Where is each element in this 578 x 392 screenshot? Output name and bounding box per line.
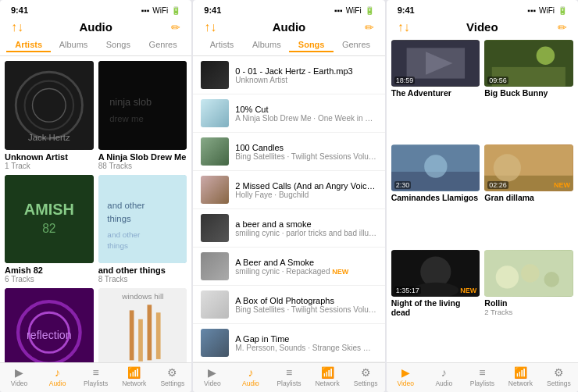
header-title-1: Audio: [79, 20, 112, 34]
new-badge-gran: NEW: [554, 181, 570, 189]
song-info: A Beer and A Smoke smiling cynic · Repac…: [235, 258, 376, 276]
bottom-nav-3: ▶ Video ♪ Audio ≡ Playlists 📶 Network ⚙ …: [387, 362, 578, 392]
artist-thumb: and other things and other things: [98, 175, 187, 264]
list-item[interactable]: Jack Hertz Unknown Artist 1 Track: [5, 61, 94, 170]
status-icons-3: ▪▪▪ WiFi 🔋: [527, 6, 567, 15]
song-subtitle: Bing Satellites · Twilight Sessions Volu…: [235, 152, 376, 161]
list-item[interactable]: A Gap in Time M. Persson, Sounds · Stran…: [193, 324, 384, 362]
edit-icon-2[interactable]: ✏: [365, 21, 374, 34]
song-title: A Beer and A Smoke: [235, 258, 376, 267]
audio-nav-icon: ♪: [55, 366, 60, 379]
song-info: A Box of Old Photographs Bing Satellites…: [235, 296, 376, 314]
header-title-3: Video: [466, 20, 498, 34]
sort-icon-1[interactable]: ↑↓: [11, 20, 23, 34]
list-item[interactable]: AMISH 82 Amish 82 6 Tracks: [5, 175, 94, 284]
video-title: The Adventurer: [391, 88, 480, 98]
list-item[interactable]: A Beer and A Smoke smiling cynic · Repac…: [193, 248, 384, 286]
list-item[interactable]: and other things and other things and ot…: [98, 175, 187, 284]
video-duration: 02:26: [487, 181, 508, 189]
svg-text:things: things: [107, 241, 128, 249]
signal-icon: ▪▪▪: [141, 6, 150, 15]
list-item[interactable]: 0 - 01 - Jack Hertz - Earth.mp3 Unknown …: [193, 56, 384, 94]
song-title: 10% Cut: [235, 105, 376, 114]
nav-video-1[interactable]: ▶ Video: [0, 366, 38, 387]
video-title: Caminandes Llamigos: [391, 193, 480, 202]
list-item[interactable]: 100 Candles Bing Satellites · Twilight S…: [193, 133, 384, 171]
video-title: Big Buck Bunny: [484, 88, 573, 98]
sort-icon-2[interactable]: ↑↓: [204, 20, 216, 34]
list-item[interactable]: 2 Missed Calls (And an Angry Voice... Ho…: [193, 171, 384, 209]
list-item[interactable]: ninja slob drew me A Ninja Slob Drew Me …: [98, 61, 187, 170]
song-thumbnail: [201, 329, 229, 357]
list-item[interactable]: 18:59 The Adventurer: [391, 40, 480, 140]
list-item[interactable]: windows hill windows hill: [98, 288, 187, 362]
tab-artists-1[interactable]: Artists: [6, 38, 51, 52]
list-item[interactable]: reflection reflection: [5, 288, 94, 362]
list-item[interactable]: 1:35:17 NEW Night of the living dead: [391, 250, 480, 359]
list-item[interactable]: a beer and a smoke smiling cynic · parlo…: [193, 209, 384, 248]
tab-albums-1[interactable]: Albums: [51, 38, 95, 52]
song-info: 100 Candles Bing Satellites · Twilight S…: [235, 143, 376, 161]
edit-icon-3[interactable]: ✏: [558, 21, 567, 34]
nav-network-1[interactable]: 📶 Network: [115, 366, 153, 387]
nav-label-settings-2: Settings: [354, 380, 378, 387]
video-title: Gran dillama: [484, 193, 573, 202]
tab-songs-2[interactable]: Songs: [289, 38, 334, 52]
nav-video-2[interactable]: ▶ Video: [193, 366, 231, 387]
list-item[interactable]: 02:26 NEW Gran dillama: [484, 144, 573, 244]
nav-audio-2[interactable]: ♪ Audio: [231, 366, 269, 387]
nav-label-playlists-2: Playlists: [277, 380, 301, 387]
audio-nav-icon-3: ♪: [441, 366, 447, 379]
sort-icon-3[interactable]: ↑↓: [398, 20, 410, 34]
list-item[interactable]: 09:56 Big Buck Bunny: [484, 40, 573, 140]
nav-audio-3[interactable]: ♪ Audio: [425, 366, 463, 387]
nav-playlists-3[interactable]: ≡ Playlists: [463, 366, 501, 387]
nav-video-3[interactable]: ▶ Video: [387, 366, 425, 387]
tab-genres-2[interactable]: Genres: [334, 38, 378, 52]
songs-list: 0 - 01 - Jack Hertz - Earth.mp3 Unknown …: [193, 56, 384, 362]
network-nav-icon-2: 📶: [321, 366, 334, 379]
artist-name: and other things: [98, 265, 187, 275]
tab-albums-2[interactable]: Albums: [244, 38, 289, 52]
nav-label-audio-2: Audio: [242, 380, 259, 387]
tab-genres-1[interactable]: Genres: [141, 38, 185, 52]
video-title: Night of the living dead: [391, 298, 480, 317]
artist-thumb: ninja slob drew me: [98, 61, 187, 150]
list-item[interactable]: Rollin 2 Tracks: [484, 250, 573, 359]
artist-tracks: 6 Tracks: [5, 275, 94, 283]
nav-settings-2[interactable]: ⚙ Settings: [347, 366, 385, 387]
nav-audio-1[interactable]: ♪ Audio: [38, 366, 77, 387]
status-icons-1: ▪▪▪ WiFi 🔋: [141, 6, 181, 15]
list-item[interactable]: 2:30 Caminandes Llamigos: [391, 144, 480, 244]
svg-text:reflection: reflection: [27, 330, 72, 342]
nav-video-label-1: Video: [11, 380, 28, 387]
nav-playlists-2[interactable]: ≡ Playlists: [269, 366, 308, 387]
video-subtitle: 2 Tracks: [484, 308, 573, 316]
tabs-1: Artists Albums Songs Genres: [0, 37, 191, 56]
tab-songs-1[interactable]: Songs: [96, 38, 141, 52]
edit-icon-1[interactable]: ✏: [171, 21, 180, 34]
tab-artists-2[interactable]: Artists: [199, 38, 244, 52]
song-info: 0 - 01 - Jack Hertz - Earth.mp3 Unknown …: [235, 66, 376, 84]
status-bar-3: 9:41 ▪▪▪ WiFi 🔋: [387, 0, 578, 17]
nav-network-2[interactable]: 📶 Network: [309, 366, 347, 387]
nav-settings-3[interactable]: ⚙ Settings: [540, 366, 578, 387]
song-thumbnail: [201, 137, 229, 166]
svg-text:AMISH: AMISH: [24, 201, 74, 218]
nav-network-3[interactable]: 📶 Network: [501, 366, 540, 387]
video-duration: 2:30: [394, 181, 412, 189]
nav-playlists-1[interactable]: ≡ Playlists: [77, 366, 115, 387]
list-item[interactable]: A Box of Old Photographs Bing Satellites…: [193, 286, 384, 324]
nav-settings-1[interactable]: ⚙ Settings: [153, 366, 191, 387]
artist-thumb: Jack Hertz: [5, 61, 94, 150]
list-item[interactable]: 10% Cut A Ninja Slob Drew Me · One Week …: [193, 94, 384, 133]
song-title: a beer and a smoke: [235, 219, 376, 229]
status-time-3: 9:41: [398, 5, 415, 15]
panel-video: 9:41 ▪▪▪ WiFi 🔋 ↑↓ Video ✏ 18:59 The Adv…: [387, 0, 578, 392]
svg-point-43: [521, 264, 540, 283]
status-icons-2: ▪▪▪ WiFi 🔋: [334, 6, 374, 15]
svg-point-44: [544, 272, 560, 287]
svg-point-39: [420, 256, 451, 287]
svg-rect-23: [147, 305, 152, 361]
svg-text:ninja slob: ninja slob: [109, 96, 152, 108]
